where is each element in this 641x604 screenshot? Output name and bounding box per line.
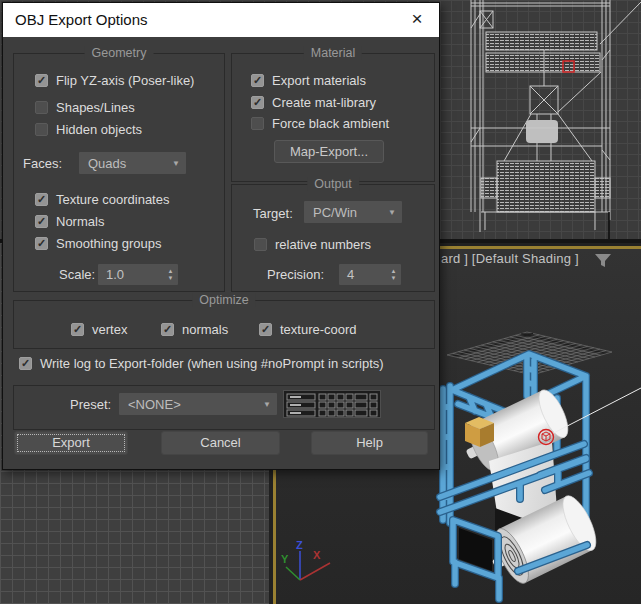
checkbox-smoothing-groups[interactable]: ✓ Smoothing groups: [35, 236, 162, 251]
help-button[interactable]: Help: [311, 431, 428, 455]
spinner-arrows-icon[interactable]: ▲▼: [386, 264, 401, 285]
checkbox[interactable]: ✓: [71, 323, 84, 336]
checkbox[interactable]: ✓: [251, 117, 264, 130]
scale-spinner[interactable]: 1.0 ▲▼: [98, 264, 178, 285]
faces-label: Faces:: [23, 156, 62, 171]
orange-block: [465, 417, 494, 447]
checkbox-normals[interactable]: ✓ Normals: [35, 214, 104, 229]
chevron-down-icon: ▼: [172, 159, 180, 168]
map-export-button[interactable]: Map-Export...: [274, 140, 384, 163]
checkbox-optimize-normals[interactable]: ✓ normals: [161, 322, 228, 337]
checkbox[interactable]: ✓: [259, 323, 272, 336]
checkbox[interactable]: ✓: [35, 193, 48, 206]
checkbox-optimize-texture-coord[interactable]: ✓ texture-coord: [259, 322, 357, 337]
checkbox[interactable]: ✓: [35, 101, 48, 114]
dialog-titlebar: OBJ Export Options ×: [3, 3, 439, 37]
obj-export-options-dialog: OBJ Export Options × Geometry ✓ Flip YZ-…: [2, 2, 440, 470]
axis-y-label: Y: [281, 553, 289, 565]
export-button[interactable]: Export: [14, 431, 128, 455]
checkbox-flip-yz[interactable]: ✓ Flip YZ-axis (Poser-like): [35, 73, 194, 88]
cancel-button[interactable]: Cancel: [161, 431, 280, 455]
checkbox-force-black-ambient[interactable]: ✓ Force black ambient: [251, 116, 389, 131]
group-material-title: Material: [304, 46, 362, 60]
precision-label: Precision:: [267, 267, 324, 282]
checkbox[interactable]: ✓: [35, 215, 48, 228]
chevron-down-icon: ▼: [263, 400, 271, 409]
checkbox[interactable]: ✓: [19, 357, 32, 370]
viewport-shading-label[interactable]: ard ] [Default Shading ]: [441, 251, 579, 266]
checkbox-optimize-vertex[interactable]: ✓ vertex: [71, 322, 127, 337]
close-icon[interactable]: ×: [405, 3, 429, 35]
group-output-title: Output: [307, 177, 359, 191]
dialog-title: OBJ Export Options: [15, 3, 148, 37]
checkbox-hidden-objects[interactable]: ✓ Hidden objects: [35, 122, 142, 137]
checkbox[interactable]: ✓: [35, 74, 48, 87]
checkbox[interactable]: ✓: [254, 238, 267, 251]
spinner-arrows-icon[interactable]: ▲▼: [163, 264, 178, 285]
group-optimize-title: Optimize: [192, 293, 255, 307]
checkbox[interactable]: ✓: [251, 74, 264, 87]
target-label: Target:: [253, 206, 293, 221]
preset-grid-icon[interactable]: [283, 390, 381, 418]
axis-tripod: Z Y X: [281, 539, 330, 580]
checkbox-write-log[interactable]: ✓ Write log to Export-folder (when using…: [19, 356, 384, 371]
checkbox[interactable]: ✓: [161, 323, 174, 336]
scale-label: Scale:: [59, 267, 95, 282]
checkbox-export-materials[interactable]: ✓ Export materials: [251, 73, 366, 88]
preset-label: Preset:: [70, 397, 111, 412]
checkbox[interactable]: ✓: [35, 237, 48, 250]
chevron-down-icon: ▼: [388, 208, 396, 217]
checkbox[interactable]: ✓: [35, 123, 48, 136]
axis-z-label: Z: [296, 539, 303, 551]
precision-spinner[interactable]: 4 ▲▼: [339, 264, 401, 285]
preset-dropdown[interactable]: <NONE> ▼: [119, 393, 277, 415]
target-dropdown[interactable]: PC/Win ▼: [304, 201, 402, 223]
faces-dropdown[interactable]: Quads ▼: [79, 152, 186, 174]
checkbox[interactable]: ✓: [251, 96, 264, 109]
group-geometry-title: Geometry: [85, 46, 154, 60]
checkbox-texture-coordinates[interactable]: ✓ Texture coordinates: [35, 192, 169, 207]
checkbox-create-mat-library[interactable]: ✓ Create mat-library: [251, 95, 376, 110]
axis-x-label: X: [313, 549, 321, 561]
wireframe-model: [440, 0, 641, 239]
checkbox-relative-numbers[interactable]: ✓ relative numbers: [254, 237, 371, 252]
checkbox-shapes-lines[interactable]: ✓ Shapes/Lines: [35, 100, 135, 115]
viewport-filter-icon[interactable]: [594, 253, 612, 269]
